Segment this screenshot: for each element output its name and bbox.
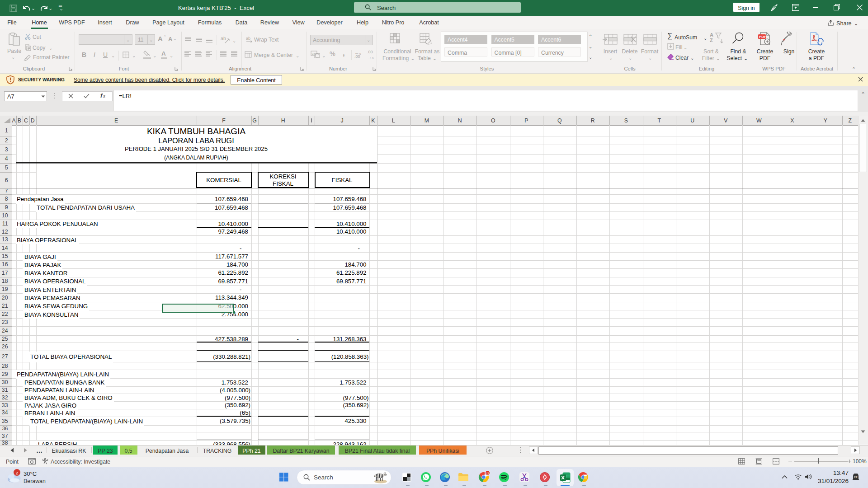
svg-text:PDF: PDF: [759, 35, 766, 39]
svg-text:ab: ab: [246, 36, 250, 41]
svg-text:ez: ez: [854, 475, 858, 479]
